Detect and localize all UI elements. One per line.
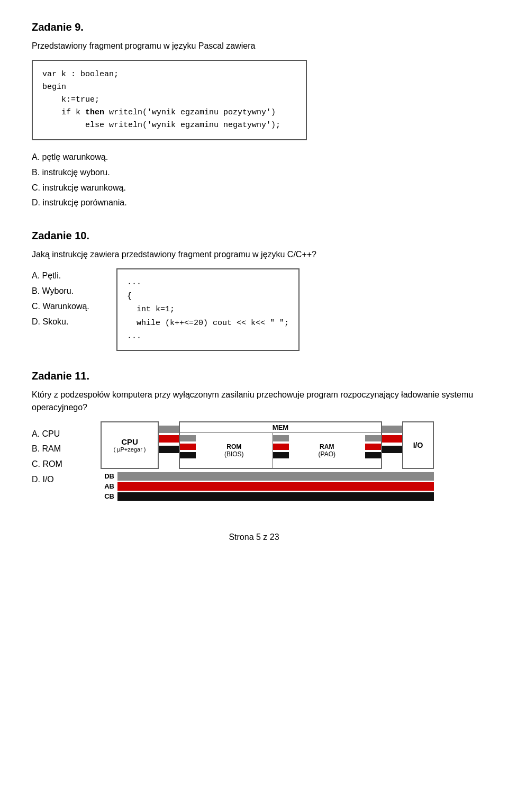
code-line: int k=1; [127, 303, 289, 317]
task10-answer-d: D. Skoku. [32, 314, 101, 330]
code-line: { [127, 290, 289, 303]
conn-gray [273, 435, 289, 441]
conn-red [180, 444, 196, 450]
task9-section: Zadanie 9. Przedstawiony fragment progra… [32, 21, 476, 211]
db-bus-line [117, 472, 434, 481]
connector-mem-left [180, 433, 196, 468]
task11-answer-b: B. RAM [32, 441, 85, 457]
answer-letter: C. [32, 183, 42, 192]
task10-answer-c: C. Warunkową. [32, 299, 101, 314]
answer-letter: D. [32, 198, 42, 207]
page-footer: Strona 5 z 23 [32, 533, 476, 542]
task11-answer-a: A. CPU [32, 427, 85, 442]
answer-text: instrukcję wyboru. [42, 168, 110, 177]
answer-letter: A. [32, 429, 42, 438]
task11-title: Zadanie 11. [32, 370, 476, 382]
conn-red [273, 444, 289, 450]
architecture-diagram: CPU ( µP+zegar ) MEM [101, 421, 434, 501]
page-number: Strona 5 z 23 [229, 533, 279, 542]
answer-text: Wyboru. [42, 286, 74, 295]
task9-title: Zadanie 9. [32, 21, 476, 33]
conn-black [382, 446, 402, 453]
code-line: ... [127, 276, 289, 290]
mem-inner: ROM (BIOS) RAM (PAO) [180, 433, 381, 468]
answer-letter: A. [32, 152, 42, 161]
task11-diagram-area: A. CPU B. RAM C. ROM D. I/O CPU ( µP+zeg… [32, 421, 476, 501]
answer-letter: D. [32, 475, 42, 484]
task11-section: Zadanie 11. Który z podzespołów komputer… [32, 370, 476, 501]
components-row: CPU ( µP+zegar ) MEM [101, 421, 434, 469]
answer-letter: C. [32, 302, 42, 311]
answer-text: pętlę warunkową. [42, 152, 108, 161]
task11-answers: A. CPU B. RAM C. ROM D. I/O [32, 421, 85, 488]
answer-text: instrukcję warunkową. [42, 183, 125, 192]
cpu-box: CPU ( µP+zegar ) [101, 421, 159, 469]
task10-layout: A. Pętli. B. Wyboru. C. Warunkową. D. Sk… [32, 268, 476, 351]
task9-description: Przedstawiony fragment programu w języku… [32, 40, 476, 52]
code-line: while (k++<=20) cout << k<< " "; [127, 317, 289, 330]
task9-answer-b: B. instrukcję wyboru. [32, 165, 476, 181]
task11-answer-c: C. ROM [32, 457, 85, 472]
answer-letter: B. [32, 168, 42, 177]
code-line: begin [42, 81, 296, 94]
answer-letter: A. [32, 271, 42, 280]
task11-answer-d: D. I/O [32, 472, 85, 488]
answer-letter: D. [32, 317, 42, 326]
cb-bus-line [117, 492, 434, 501]
task10-code-block: ... { int k=1; while (k++<=20) cout << k… [116, 268, 300, 351]
rom-label: ROM [226, 443, 241, 450]
rom-sublabel: (BIOS) [224, 450, 244, 458]
answer-text: Skoku. [42, 317, 68, 326]
answer-text: Warunkową. [42, 302, 89, 311]
conn-red [365, 444, 381, 450]
connector-cpu-mem [159, 421, 179, 469]
ram-label: RAM [320, 443, 334, 450]
conn-black [273, 452, 289, 458]
task9-answers: A. pętlę warunkową. B. instrukcję wyboru… [32, 150, 476, 211]
answer-letter: B. [32, 444, 42, 453]
ram-box: RAM (PAO) [289, 433, 366, 468]
connector-mem-io [382, 421, 402, 469]
ab-bus-row: AB [101, 482, 434, 491]
db-bus-row: DB [101, 472, 434, 481]
code-line: ... [127, 330, 289, 344]
code-line: else writeln('wynik egzaminu negatywny')… [42, 119, 296, 132]
connector-mem-mid [273, 433, 289, 468]
answer-text: CPU [42, 429, 60, 438]
task10-section: Zadanie 10. Jaką instrukcję zawiera prze… [32, 230, 476, 351]
conn-black [365, 452, 381, 458]
answer-letter: C. [32, 459, 42, 468]
conn-gray-top [159, 426, 179, 433]
ab-label: AB [101, 482, 117, 490]
buses: DB AB CB [101, 472, 434, 501]
answer-text: instrukcję porównania. [42, 198, 126, 207]
mem-box: MEM ROM (BIOS) [179, 421, 382, 469]
answer-text: Pętli. [42, 271, 61, 280]
task9-answer-d: D. instrukcję porównania. [32, 195, 476, 211]
ab-bus-line [117, 482, 434, 491]
answer-text: I/O [42, 475, 53, 484]
ram-sublabel: (PAO) [319, 450, 335, 458]
answer-text: RAM [42, 444, 61, 453]
conn-red [382, 435, 402, 443]
task10-answer-b: B. Wyboru. [32, 284, 101, 299]
io-box: I/O [402, 421, 434, 469]
answer-text: ROM [42, 459, 62, 468]
conn-gray [180, 435, 196, 441]
db-label: DB [101, 472, 117, 480]
conn-black [159, 446, 179, 453]
code-line: var k : boolean; [42, 68, 296, 81]
code-line: k:=true; [42, 94, 296, 106]
mem-label: MEM [180, 422, 381, 433]
task11-description: Który z podzespołów komputera przy wyłąc… [32, 389, 476, 414]
task10-description: Jaką instrukcję zawiera przedstawiony fr… [32, 248, 476, 261]
cb-bus-row: CB [101, 492, 434, 501]
cpu-label: CPU [121, 437, 138, 446]
task9-code-block: var k : boolean; begin k:=true; if k the… [32, 60, 307, 140]
conn-gray [365, 435, 381, 441]
io-label: I/O [413, 441, 423, 449]
conn-red [159, 435, 179, 443]
conn-gray-top [382, 426, 402, 433]
connector-mem-right [365, 433, 381, 468]
conn-black [180, 452, 196, 458]
